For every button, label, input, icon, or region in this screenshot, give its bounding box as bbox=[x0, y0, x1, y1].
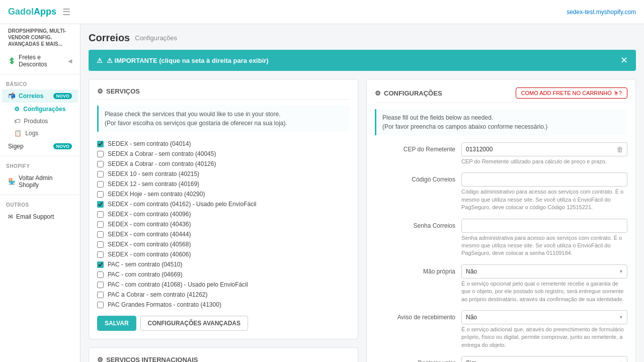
service-item: SEDEX a Cobrar - sem contrato (40045) bbox=[97, 149, 350, 159]
services-info: Please check the services that you would… bbox=[97, 106, 350, 132]
service-checkbox-6[interactable] bbox=[97, 201, 104, 208]
service-label: SEDEX Hoje - sem contrato (40290) bbox=[108, 191, 205, 198]
input-with-icon: 🗑 bbox=[461, 142, 627, 156]
form-label: Mão própria bbox=[375, 264, 455, 275]
logo: GadolApps bbox=[8, 7, 56, 17]
service-checkbox-4[interactable] bbox=[97, 181, 104, 188]
sidebar-item-voltar-admin[interactable]: 🏪 Voltar Admin Shopify bbox=[2, 171, 78, 192]
service-checkbox-11[interactable] bbox=[97, 251, 104, 258]
sidebar-sub-item-logs[interactable]: 📋 Logs bbox=[0, 127, 80, 139]
service-checkbox-15[interactable] bbox=[97, 292, 104, 298]
menu-toggle-icon[interactable]: ☰ bbox=[62, 7, 70, 18]
service-label: SEDEX - com contrato (40444) bbox=[108, 231, 191, 238]
services-column: ⚙ SERVIÇOS Please check the services tha… bbox=[89, 79, 358, 362]
form-label: Declarar valor bbox=[375, 356, 455, 362]
service-checkbox-0[interactable] bbox=[97, 141, 104, 147]
service-item: SEDEX - com contrato (40606) bbox=[97, 249, 350, 259]
service-checkbox-7[interactable] bbox=[97, 211, 104, 218]
form-label: Aviso de recebimento bbox=[375, 310, 455, 321]
international-title: ⚙ SERVIÇOS INTERNACIONAIS bbox=[97, 356, 350, 362]
clear-icon[interactable]: 🗑 bbox=[616, 145, 623, 153]
service-checkbox-2[interactable] bbox=[97, 161, 104, 167]
service-checkbox-10[interactable] bbox=[97, 241, 104, 248]
logo-gadol: Gadol bbox=[8, 7, 34, 17]
config-card: ⚙ CONFIGURAÇÕES COMO ADD FRETE NO CARRIN… bbox=[366, 79, 636, 362]
service-checkbox-8[interactable] bbox=[97, 221, 104, 228]
sidebar-sub-item-configuracoes[interactable]: ⚙ Configurações bbox=[0, 103, 80, 115]
sidebar-item-correios[interactable]: 📬 Correios NOVO bbox=[2, 89, 78, 103]
configuracoes-avancadas-button[interactable]: CONFIGURAÇÕES AVANÇADAS bbox=[140, 316, 248, 331]
service-checkbox-12[interactable] bbox=[97, 261, 104, 268]
service-checkbox-16[interactable] bbox=[97, 302, 104, 308]
page-subtitle: Configurações bbox=[135, 34, 177, 42]
alert-banner-text: ⚠ ⚠ IMPORTANTE (clique na seta à direita… bbox=[97, 57, 269, 64]
service-item: SEDEX Hoje - sem contrato (40290) bbox=[97, 189, 350, 199]
form-control-wrap: NãoSimÉ o serviço adicional que, através… bbox=[461, 310, 627, 349]
add-frete-button[interactable]: COMO ADD FRETE NO CARRINHO 🖱? bbox=[516, 87, 627, 99]
service-checkbox-3[interactable] bbox=[97, 171, 104, 177]
select-field-3[interactable]: NãoSim bbox=[461, 264, 627, 279]
select-wrap-4: NãoSim bbox=[461, 310, 627, 324]
admin-icon: 🏪 bbox=[8, 178, 16, 185]
service-item: SEDEX - com contrato (40436) bbox=[97, 219, 350, 229]
alert-banner[interactable]: ⚠ ⚠ IMPORTANTE (clique na seta à direita… bbox=[89, 50, 636, 71]
alert-close-icon[interactable]: ✕ bbox=[620, 55, 628, 66]
page-title: Correios bbox=[89, 32, 130, 44]
select-wrap-5: SimNão bbox=[461, 356, 627, 362]
form-control-wrap: 🗑CEP do Remetente utilizado para cálculo… bbox=[461, 142, 627, 165]
service-label: SEDEX a Cobrar - sem contrato (40045) bbox=[108, 150, 216, 157]
service-item: PAC - com contrato (04669) bbox=[97, 269, 350, 280]
form-row: Código CorreiosCódigo administrativo par… bbox=[375, 172, 627, 211]
service-label: SEDEX 12 - sem contrato (40169) bbox=[108, 180, 199, 188]
sidebar-section-shopify: SHOPIFY bbox=[0, 159, 80, 171]
service-label: SEDEX - com contrato (40436) bbox=[108, 221, 191, 228]
sidebar-item-email-support[interactable]: ✉ Email Support bbox=[2, 210, 78, 223]
form-row: CEP do Remetente🗑CEP do Remetente utiliz… bbox=[375, 142, 627, 165]
sidebar-item-sigep[interactable]: Sigep NOVO bbox=[2, 140, 78, 153]
service-checkbox-1[interactable] bbox=[97, 151, 104, 157]
main-content: Correios Configurações ⚠ ⚠ IMPORTANTE (c… bbox=[80, 24, 644, 362]
sidebar-sub-item-produtos[interactable]: 🏷 Produtos bbox=[0, 115, 80, 127]
service-label: SEDEX - com contrato (40096) bbox=[108, 211, 191, 218]
services-info-line2: (Por favor escolha os serviços que gosta… bbox=[105, 119, 344, 128]
text-field-1[interactable] bbox=[461, 172, 627, 187]
sidebar-item-dropshipping[interactable]: DROPSHIPPING, MULTI-VENDOR CONFIG. AVANÇ… bbox=[2, 25, 78, 50]
text-field-0[interactable] bbox=[461, 142, 627, 156]
topbar: GadolApps ☰ sedex-test.myshopify.com bbox=[0, 0, 644, 24]
select-field-5[interactable]: SimNão bbox=[461, 356, 627, 362]
form-control-wrap: NãoSimÉ o serviço opcional pelo qual o r… bbox=[461, 264, 627, 303]
correios-badge: NOVO bbox=[53, 93, 72, 99]
config-fields: CEP do Remetente🗑CEP do Remetente utiliz… bbox=[375, 142, 627, 362]
service-checkbox-13[interactable] bbox=[97, 272, 104, 278]
service-item: SEDEX a Cobrar - com contrato (40126) bbox=[97, 159, 350, 169]
sidebar-section-basico: BÁSICO bbox=[0, 77, 80, 89]
config-column: ⚙ CONFIGURAÇÕES COMO ADD FRETE NO CARRIN… bbox=[366, 79, 636, 362]
form-row: Senha CorreiosSenha administrativa para … bbox=[375, 219, 627, 257]
sigep-badge: NOVO bbox=[53, 143, 72, 149]
service-item: SEDEX - com contrato (40096) bbox=[97, 209, 350, 219]
sidebar: DROPSHIPPING, MULTI-VENDOR CONFIG. AVANÇ… bbox=[0, 24, 80, 362]
email-icon: ✉ bbox=[8, 213, 13, 220]
service-item: SEDEX - com contrato (04162) - Usado pel… bbox=[97, 199, 350, 209]
services-title: ⚙ SERVIÇOS bbox=[97, 87, 350, 100]
text-field-2[interactable] bbox=[461, 219, 627, 233]
service-checkbox-14[interactable] bbox=[97, 282, 104, 288]
correios-label: 📬 Correios bbox=[8, 93, 43, 100]
service-label: SEDEX - com contrato (04162) - Usado pel… bbox=[108, 201, 256, 208]
config-title: ⚙ CONFIGURAÇÕES bbox=[375, 89, 442, 97]
sidebar-item-fretes[interactable]: 💲 Fretes e Descontos ◀ bbox=[2, 51, 78, 71]
sidebar-fretes-label: 💲 Fretes e Descontos bbox=[8, 54, 68, 68]
form-help: CEP do Remetente utilizado para cálculo … bbox=[461, 158, 627, 165]
service-checkbox-9[interactable] bbox=[97, 231, 104, 238]
page-header: Correios Configurações bbox=[89, 32, 636, 44]
select-field-4[interactable]: NãoSim bbox=[461, 310, 627, 324]
service-label: SEDEX - com contrato (40606) bbox=[108, 251, 191, 258]
service-label: PAC - sem contrato (04510) bbox=[108, 261, 183, 268]
international-card: ⚙ SERVIÇOS INTERNACIONAIS Caso envie par… bbox=[89, 347, 358, 362]
salvar-button[interactable]: SALVAR bbox=[97, 316, 136, 331]
services-btn-group: SALVAR CONFIGURAÇÕES AVANÇADAS bbox=[97, 316, 350, 331]
service-checkbox-5[interactable] bbox=[97, 191, 104, 198]
produtos-icon: 🏷 bbox=[14, 118, 20, 125]
services-info-line1: Please check the services that you would… bbox=[105, 110, 344, 119]
config-gear-icon: ⚙ bbox=[375, 89, 381, 97]
